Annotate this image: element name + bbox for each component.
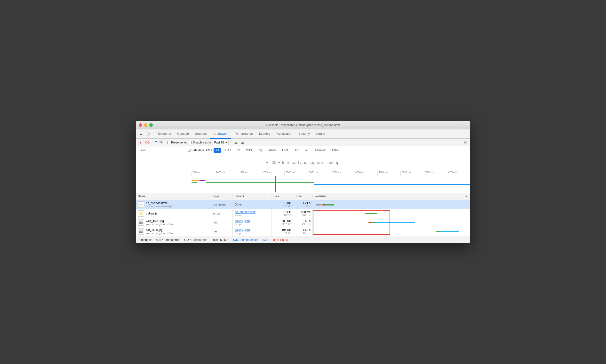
device-icon[interactable] [145, 131, 152, 137]
file-name-2: wolf_1600.jpg [146, 219, 176, 223]
tab-sources[interactable]: Sources [192, 130, 210, 139]
timeline-bar-blue [314, 184, 470, 185]
file-icon-html: <> [138, 201, 144, 208]
table-row[interactable]: 🖼 cat_1600.jpg yoavweiss.github.io/ima..… [136, 227, 470, 236]
upload-button[interactable] [233, 140, 238, 145]
file-name-1: gallery.js [146, 212, 157, 215]
td-time-0: 1.21 s 1.21 s [293, 200, 313, 209]
svg-rect-1 [149, 133, 150, 135]
requests-count: 4 requests [139, 238, 152, 242]
timeline-vertical-line [275, 176, 276, 192]
clear-button[interactable]: 🚫 [145, 140, 150, 145]
minimize-button[interactable] [144, 123, 147, 127]
transferred-size: 504 KB transferred [156, 238, 180, 242]
toolbar-sep-1 [152, 140, 152, 145]
ruler-ticks: 500 ms 1000 ms 1500 ms 2000 ms 2500 ms 3… [192, 171, 470, 176]
file-icon-js: JS [138, 210, 144, 217]
tab-console[interactable]: Console [174, 130, 192, 139]
tab-memory[interactable]: Memory [256, 130, 273, 139]
filter-input[interactable] [138, 148, 186, 153]
filter-bar: Hide data URLs All XHR JS CSS Img Media … [136, 146, 470, 154]
tab-application[interactable]: Application [274, 130, 295, 139]
wf-vline-0 [357, 201, 357, 208]
tab-audits[interactable]: Audits [313, 130, 328, 139]
title-bar: DevTools - responsive-preload.glitch.me/… [136, 121, 470, 130]
td-size-0: 1.3 KB 1.2 KB [272, 200, 293, 209]
filter-media-button[interactable]: Media [266, 148, 278, 153]
sort-asc-icon[interactable]: ▲ [465, 195, 468, 198]
hide-data-urls-label[interactable]: Hide data URLs [188, 149, 212, 152]
preserve-log-checkbox[interactable] [167, 141, 170, 144]
devtools-window: DevTools - responsive-preload.glitch.me/… [136, 121, 470, 243]
window-controls [139, 123, 153, 127]
initiator-type-1: Parser [235, 214, 269, 217]
timeline-bar-orange [192, 180, 200, 181]
wf-vline-1 [357, 210, 357, 217]
throttle-dropdown[interactable]: Fast 3G ▾ [212, 140, 229, 145]
toolbar-sep-3 [231, 140, 231, 145]
inspect-icon[interactable] [138, 131, 145, 137]
hide-data-urls-checkbox[interactable] [188, 149, 191, 152]
tab-elements[interactable]: Elements [155, 130, 174, 139]
wf-bar-purple-2 [369, 222, 371, 223]
td-size-3: 194 KB 193 KB [272, 227, 293, 236]
finish-time: Finish: 5.86 s [211, 238, 228, 242]
wf-bar-gray-0 [316, 204, 321, 206]
disable-cache-checkbox[interactable] [189, 141, 192, 144]
td-type-2: jpeg [211, 218, 233, 227]
th-type: Type [211, 195, 233, 198]
more-tabs-button[interactable]: ⋮ [461, 131, 468, 137]
disable-cache-label[interactable]: Disable cache [189, 141, 211, 144]
tick-2000: 2000 ms [261, 171, 284, 176]
tab-security[interactable]: Security [295, 130, 313, 139]
th-time: Time [293, 195, 313, 198]
table-row[interactable]: <> no_preload.html responsive-preload.gl… [136, 200, 470, 209]
wf-bar-green-0 [325, 204, 334, 206]
filter-xhr-button[interactable]: XHR [223, 148, 233, 153]
wf-bar-green-2 [371, 222, 376, 223]
filmstrip-hint: Hit ⌘ R to reload and capture filmstrip. [265, 160, 341, 165]
td-time-2: 2.40 s 738 ms [293, 218, 313, 227]
filter-img-button[interactable]: Img [255, 148, 265, 153]
tick-5000: 5000 ms [400, 171, 424, 176]
close-button[interactable] [139, 123, 142, 127]
record-button[interactable]: ● [138, 140, 143, 145]
wf-bar-purple-0 [323, 204, 325, 206]
file-icon-img-wolf: 🖼 [138, 219, 144, 226]
filter-ws-button[interactable]: WS [303, 148, 312, 153]
maximize-button[interactable] [149, 123, 153, 127]
initiator-link-2[interactable]: gallery.js:18 [235, 219, 269, 223]
filter-css-button[interactable]: CSS [244, 148, 254, 153]
table-header: Name Type Initiator Size Time Waterfall … [136, 193, 470, 200]
filter-all-button[interactable]: All [213, 148, 221, 153]
initiator-link-1[interactable]: no_preload.html [235, 210, 269, 214]
filter-js-button[interactable]: JS [234, 148, 242, 153]
download-button[interactable] [240, 140, 245, 145]
tick-3500: 3500 ms [331, 171, 354, 176]
filter-other-button[interactable]: Other [330, 148, 342, 153]
settings-button[interactable] [463, 140, 468, 145]
initiator-link-3[interactable]: gallery.js:18 [235, 228, 269, 232]
file-icon-img-cat: 🖼 [138, 228, 144, 234]
wf-bar-green-1 [365, 213, 377, 214]
preserve-log-label[interactable]: Preserve log [167, 141, 187, 144]
tab-separator-2 [460, 131, 460, 136]
tab-network[interactable]: ⚠ Network [210, 130, 232, 139]
window-title: DevTools - responsive-preload.glitch.me/… [266, 123, 340, 127]
initiator-type-3: Script [235, 232, 269, 234]
tick-2500: 2500 ms [284, 171, 308, 176]
wf-bar-orange-0 [321, 204, 323, 206]
filter-manifest-button[interactable]: Manifest [313, 148, 329, 153]
devtools-tab-bar: Elements Console Sources ⚠ Network Perfo… [136, 130, 470, 139]
td-type-1: script [211, 209, 233, 218]
filter-font-button[interactable]: Font [280, 148, 290, 153]
td-type-3: jpeg [211, 227, 233, 236]
file-name-group: no_preload.html responsive-preload.glitc… [146, 201, 176, 208]
search-icon[interactable] [159, 140, 163, 144]
table-row[interactable]: JS gallery.js script no_preload.html Par… [136, 209, 470, 218]
file-domain-0: responsive-preload.glitc... [146, 205, 176, 208]
table-row[interactable]: 🖼 wolf_1600.jpg yoavweiss.github.io/ima.… [136, 218, 470, 227]
svg-point-2 [160, 141, 162, 143]
tab-performance[interactable]: Performance [232, 130, 255, 139]
filter-doc-button[interactable]: Doc [292, 148, 301, 153]
